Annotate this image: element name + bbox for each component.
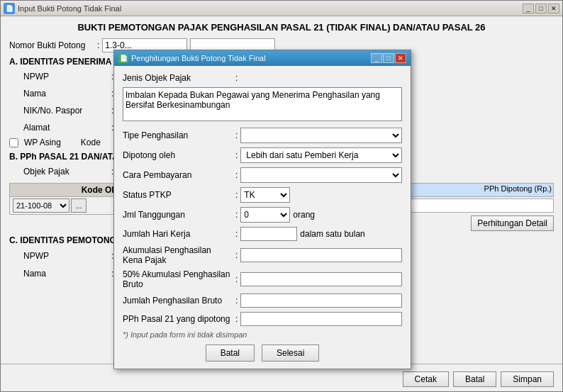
cara-pembayaran-select[interactable] xyxy=(240,167,402,183)
status-ptkp-select[interactable]: TK xyxy=(240,187,290,203)
dialog-icon: 📄 xyxy=(118,53,128,63)
dalam-satu-bulan-suffix: dalam satu bulan xyxy=(300,229,364,239)
dialog-selesai-button[interactable]: Selesai xyxy=(262,345,319,362)
akumulasi-50-label: 50% Akumulasi Penghasilan Bruto xyxy=(123,269,233,289)
tipe-penghasilan-row: Tipe Penghasilan : xyxy=(123,128,402,143)
jenis-objek-textarea[interactable]: Imbalan Kepada Bukan Pegawai yang Meneri… xyxy=(123,87,402,121)
pph-pasal21-input[interactable] xyxy=(240,312,402,326)
penghitungan-dialog: 📄 Penghitungan Bukti Potong Tidak Final … xyxy=(113,50,411,369)
pph-pasal21-row: PPh Pasal 21 yang dipotong : xyxy=(123,312,402,326)
akumulasi-50-row: 50% Akumulasi Penghasilan Bruto : xyxy=(123,269,402,289)
akumulasi-pkp-label: Akumulasi Penghasilan Kena Pajak xyxy=(123,245,233,265)
akumulasi-pkp-input[interactable] xyxy=(240,248,402,262)
hari-kerja-row: Jumlah Hari Kerja : dalam satu bulan xyxy=(123,227,402,241)
tipe-penghasilan-select[interactable] xyxy=(240,128,402,143)
dialog-maximize-button[interactable]: □ xyxy=(383,53,394,63)
dialog-content: Jenis Objek Pajak : Imbalan Kepada Bukan… xyxy=(114,66,411,369)
cara-pembayaran-row: Cara Pembayaran : xyxy=(123,167,402,183)
dipotong-oleh-select[interactable]: Lebih dari satu Pemberi Kerja xyxy=(240,147,402,163)
jenis-objek-label: Jenis Objek Pajak xyxy=(123,73,233,83)
akumulasi-50-input[interactable] xyxy=(240,272,402,286)
cara-pembayaran-label: Cara Pembayaran xyxy=(123,170,233,180)
hari-kerja-input[interactable] xyxy=(240,227,297,241)
jumlah-penghasilan-row: Jumlah Penghasilan Bruto : xyxy=(123,293,402,308)
dialog-batal-button[interactable]: Batal xyxy=(206,345,255,362)
dialog-title: Penghitungan Bukti Potong Tidak Final xyxy=(131,54,371,62)
akumulasi-pkp-row: Akumulasi Penghasilan Kena Pajak : xyxy=(123,245,402,265)
jumlah-penghasilan-label: Jumlah Penghasilan Bruto xyxy=(123,296,233,306)
jml-tanggungan-row: Jml Tanggungan : 0 orang xyxy=(123,207,402,223)
pph-pasal21-label: PPh Pasal 21 yang dipotong xyxy=(123,314,233,324)
orang-suffix: orang xyxy=(293,210,315,220)
dialog-close-button[interactable]: ✕ xyxy=(395,53,406,63)
dialog-title-bar: 📄 Penghitungan Bukti Potong Tidak Final … xyxy=(114,50,411,66)
status-ptkp-row: Status PTKP : TK xyxy=(123,187,402,203)
hari-kerja-label: Jumlah Hari Kerja xyxy=(123,229,233,239)
jenis-objek-row: Jenis Objek Pajak : xyxy=(123,73,402,83)
jml-tanggungan-label: Jml Tanggungan xyxy=(123,210,233,220)
jml-tanggungan-select[interactable]: 0 xyxy=(240,207,290,223)
status-ptkp-label: Status PTKP xyxy=(123,190,233,200)
dialog-minimize-button[interactable]: _ xyxy=(371,53,382,63)
dialog-overlay: 📄 Penghitungan Bukti Potong Tidak Final … xyxy=(0,0,563,392)
jumlah-penghasilan-input[interactable] xyxy=(240,293,402,308)
dipotong-oleh-label: Dipotong oleh xyxy=(123,150,233,160)
dipotong-oleh-row: Dipotong oleh : Lebih dari satu Pemberi … xyxy=(123,147,402,163)
dialog-buttons: Batal Selesai xyxy=(123,345,402,362)
dialog-note: *) Input pada form ini tidak disimpan xyxy=(123,330,402,339)
dialog-title-buttons: _ □ ✕ xyxy=(371,53,406,63)
tipe-penghasilan-label: Tipe Penghasilan xyxy=(123,130,233,140)
